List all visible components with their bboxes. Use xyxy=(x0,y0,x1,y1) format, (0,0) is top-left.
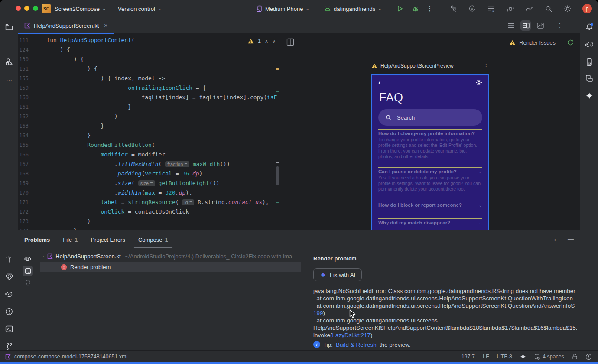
tree-expand-chevron[interactable]: ⌄ xyxy=(41,253,45,259)
faq-item[interactable]: Why did my match disappear?⌄ xyxy=(378,218,482,225)
faq-item[interactable]: Can I pause or delete my profile?⌄Yes. I… xyxy=(378,167,482,192)
next-problem-icon[interactable]: ∨ xyxy=(272,39,276,44)
line-number[interactable]: 161 xyxy=(18,102,33,112)
terminal-tool-icon[interactable] xyxy=(4,324,14,334)
line-number[interactable]: 169 xyxy=(18,179,33,188)
project-menu[interactable]: Screen2Compose ⌄ xyxy=(55,0,106,17)
ai-actions-icon[interactable]: A xyxy=(468,4,477,13)
faq-expand-icon[interactable]: ⌄ xyxy=(479,203,482,208)
faq-item[interactable]: How do I block or report someone?⌄ xyxy=(378,201,482,218)
layout-inspector-icon[interactable] xyxy=(585,74,594,83)
code-line[interactable]: 165 RoundedFilledButton( xyxy=(18,140,281,150)
code-line[interactable]: 172 onClick = contactUsOnClick xyxy=(18,207,281,217)
line-number[interactable]: 168 xyxy=(18,169,33,179)
build-icon[interactable] xyxy=(449,4,458,13)
design-view-toggle[interactable] xyxy=(535,20,546,31)
code-line[interactable]: 162 ) xyxy=(18,112,281,121)
code-line[interactable]: 174 } xyxy=(18,226,281,230)
code-line[interactable]: 124 ) { xyxy=(18,45,281,55)
line-number[interactable]: 167 xyxy=(18,159,33,169)
preview-options-kebab[interactable]: ⋮ xyxy=(483,62,489,69)
line-number[interactable]: 160 xyxy=(18,93,33,102)
line-number[interactable]: 130 xyxy=(18,55,33,64)
macos-minimize-button[interactable] xyxy=(24,6,29,11)
line-number[interactable]: 165 xyxy=(18,140,33,150)
details-view-icon[interactable] xyxy=(23,266,33,276)
code-line[interactable]: 163 } xyxy=(18,121,281,131)
line-number[interactable]: 124 xyxy=(18,45,33,55)
render-issues-button[interactable]: Render Issues xyxy=(509,34,574,51)
line-number[interactable]: 171 xyxy=(18,198,33,207)
code-view-toggle[interactable] xyxy=(506,20,516,31)
settings-gear-icon[interactable] xyxy=(563,4,572,13)
code-line[interactable]: 167 .fillMaxWidth( fraction = maxWidth()… xyxy=(18,159,281,169)
debug-button[interactable] xyxy=(411,4,419,13)
line-number[interactable]: 174 xyxy=(18,226,33,230)
line-ending-widget[interactable]: LF xyxy=(483,354,489,360)
faq-expand-icon[interactable]: – xyxy=(480,131,482,136)
line-number[interactable]: 163 xyxy=(18,121,33,131)
statusbar-file[interactable]: compose-compose-model-1758748140651.xml xyxy=(5,351,127,363)
line-number[interactable]: 164 xyxy=(18,131,33,140)
panel-options-kebab[interactable]: ⋮ xyxy=(552,235,558,242)
code-line[interactable]: 170 .widthIn(max = 320.dp), xyxy=(18,188,281,198)
project-tool-icon[interactable] xyxy=(4,23,14,32)
device-selector[interactable]: Medium Phone ⌄ xyxy=(257,0,309,17)
code-line[interactable]: 151 ) { xyxy=(18,64,281,74)
split-view-toggle[interactable] xyxy=(520,20,531,31)
indent-widget[interactable]: 4 spaces xyxy=(534,354,564,360)
code-line[interactable]: 164 } xyxy=(18,131,281,140)
line-number[interactable]: 159 xyxy=(18,83,33,93)
editor-tab[interactable]: HelpAndSupportScreen.kt × xyxy=(18,17,114,34)
vcs-menu[interactable]: Version control ⌄ xyxy=(118,0,161,17)
faq-expand-icon[interactable]: ⌄ xyxy=(479,221,482,225)
macos-zoom-button[interactable] xyxy=(33,6,38,11)
stack-source-link[interactable]: LazyDsl.kt:217 xyxy=(332,332,371,338)
close-tab-icon[interactable]: × xyxy=(104,22,107,29)
app-quality-insights-icon[interactable] xyxy=(4,272,14,282)
build-refresh-link[interactable]: Build & Refresh xyxy=(336,341,377,348)
code-line[interactable]: 168 .padding(vertical = 36.dp) xyxy=(18,169,281,179)
code-line[interactable]: 160 faqList[index] = faqList[index].copy… xyxy=(18,93,281,102)
minimize-panel-icon[interactable]: — xyxy=(568,235,574,242)
more-tool-windows-icon[interactable]: … xyxy=(4,74,14,83)
warning-stripe-marker[interactable] xyxy=(276,68,279,70)
inspection-widget[interactable]: 1 ∧ ∨ xyxy=(247,38,276,44)
line-number[interactable]: 155 xyxy=(18,74,33,83)
phone-preview-frame[interactable]: ‹ FAQ Search How do I change my profile … xyxy=(371,74,489,230)
lock-icon[interactable] xyxy=(572,354,578,360)
line-number[interactable]: 166 xyxy=(18,150,33,159)
stack-source-link[interactable]: 199 xyxy=(313,310,323,316)
code-line[interactable]: 169 .size( size = getButtonHeight()) xyxy=(18,179,281,188)
macos-close-button[interactable] xyxy=(16,6,21,11)
faq-expand-icon[interactable]: ⌄ xyxy=(479,169,482,174)
app-insights-icon[interactable] xyxy=(525,4,534,13)
code-line[interactable]: 171 label = stringResource( id = R.strin… xyxy=(18,198,281,207)
user-avatar[interactable]: p xyxy=(582,4,592,13)
line-number[interactable]: 172 xyxy=(18,207,33,217)
editor-options-kebab[interactable]: ⋮ xyxy=(555,20,565,31)
ide-error-widget-icon[interactable] xyxy=(585,354,592,360)
caret-position-widget[interactable]: 197:7 xyxy=(462,354,475,360)
profiler-icon[interactable] xyxy=(506,4,515,13)
code-line[interactable]: 173 ) xyxy=(18,217,281,226)
device-manager-icon[interactable] xyxy=(585,57,594,67)
quick-fix-bulb-icon[interactable] xyxy=(23,278,33,288)
line-number[interactable]: 162 xyxy=(18,112,33,121)
run-button[interactable] xyxy=(396,4,404,13)
gemini-status-icon[interactable] xyxy=(520,354,526,360)
logcat-icon[interactable] xyxy=(4,289,14,299)
problems-file-node[interactable]: ⌄ HelpAndSupportScreen.kt ~/AndroidStudi… xyxy=(41,251,308,261)
run-more-options-kebab[interactable]: ⋮ xyxy=(426,4,434,13)
code-line[interactable]: 111 fun HelpAndSupportContent( xyxy=(18,36,281,45)
fix-with-ai-button[interactable]: Fix with AI xyxy=(313,268,362,281)
todo-list-icon[interactable]: 5 xyxy=(487,4,496,13)
editor-scrollbar[interactable] xyxy=(276,166,279,185)
preview-layout-grid-icon[interactable] xyxy=(286,38,294,46)
panel-tab-project-errors[interactable]: Project Errors xyxy=(91,230,125,249)
code-line[interactable]: 166 modifier = Modifier xyxy=(18,150,281,159)
line-number[interactable]: 111 xyxy=(18,36,33,45)
back-icon[interactable]: ‹ xyxy=(378,79,380,87)
panel-tab-compose[interactable]: Compose1 xyxy=(138,230,168,249)
encoding-widget[interactable]: UTF-8 xyxy=(497,354,512,360)
